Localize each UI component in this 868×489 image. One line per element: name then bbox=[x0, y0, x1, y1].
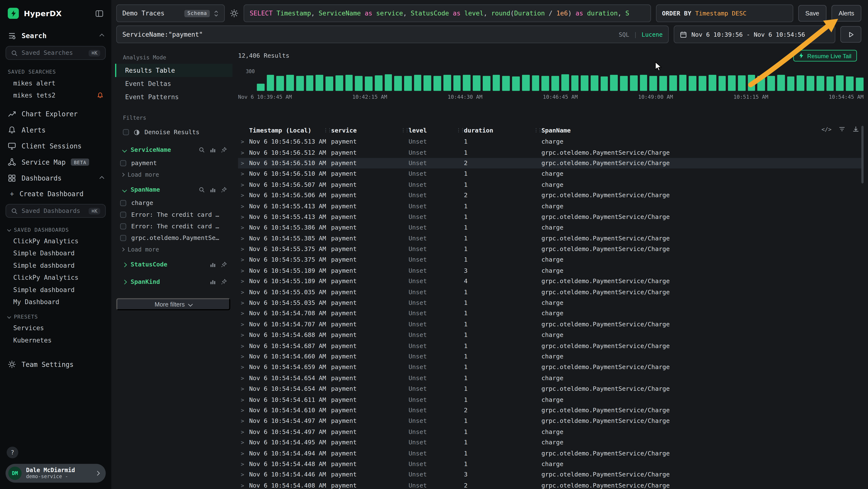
saved-searches-search[interactable]: ⌘K bbox=[5, 46, 106, 60]
sidebar-collapse-icon[interactable] bbox=[95, 9, 103, 18]
sidebar-item-team-settings[interactable]: Team Settings bbox=[0, 356, 111, 372]
table-row[interactable]: >Nov 6 10:54:54.497 AMpaymentUnset1charg… bbox=[238, 427, 863, 437]
table-row[interactable]: >Nov 6 10:54:54.446 AMpaymentUnset3grpc.… bbox=[238, 469, 863, 480]
histogram-bar[interactable] bbox=[561, 74, 569, 91]
table-row[interactable]: >Nov 6 10:54:55.035 AMpaymentUnset1charg… bbox=[238, 297, 863, 309]
table-row[interactable]: >Nov 6 10:54:55.189 AMpaymentUnset4grpc.… bbox=[238, 276, 863, 287]
row-expand-icon[interactable]: > bbox=[238, 181, 249, 188]
table-row[interactable]: >Nov 6 10:54:56.510 AMpaymentUnset2grpc.… bbox=[238, 158, 863, 169]
histogram-bar[interactable] bbox=[826, 77, 834, 91]
histogram-bar[interactable] bbox=[434, 76, 441, 91]
histogram-bar[interactable] bbox=[443, 75, 451, 91]
analysis-mode-item[interactable]: Event Deltas bbox=[115, 77, 233, 90]
table-row[interactable]: >Nov 6 10:54:55.386 AMpaymentUnset1charg… bbox=[238, 222, 863, 233]
table-row[interactable]: >Nov 6 10:54:56.507 AMpaymentUnset1charg… bbox=[238, 179, 863, 190]
row-expand-icon[interactable]: > bbox=[238, 246, 249, 252]
facet-header[interactable]: ServiceName bbox=[115, 142, 233, 157]
table-row[interactable]: >Nov 6 10:54:54.708 AMpaymentUnset1charg… bbox=[238, 308, 863, 319]
histogram-bar[interactable] bbox=[394, 76, 402, 91]
histogram-bar[interactable] bbox=[768, 76, 775, 91]
code-view-icon[interactable]: </> bbox=[822, 126, 831, 132]
table-row[interactable]: >Nov 6 10:54:56.513 AMpaymentUnset1charg… bbox=[238, 136, 863, 147]
row-expand-icon[interactable]: > bbox=[238, 289, 249, 295]
analysis-mode-item[interactable]: Event Patterns bbox=[115, 90, 233, 104]
histogram-bar[interactable] bbox=[512, 76, 520, 91]
download-icon[interactable] bbox=[852, 126, 859, 133]
create-dashboard-button[interactable]: + Create Dashboard bbox=[0, 186, 111, 202]
histogram-bar[interactable] bbox=[453, 76, 461, 91]
row-expand-icon[interactable]: > bbox=[238, 439, 249, 445]
table-row[interactable]: >Nov 6 10:54:54.687 AMpaymentUnset1grpc.… bbox=[238, 341, 863, 351]
facet-header[interactable]: SpanName bbox=[115, 182, 233, 197]
saved-dashboards-heading[interactable]: SAVED DASHBOARDS bbox=[0, 221, 111, 235]
row-expand-icon[interactable]: > bbox=[238, 225, 249, 231]
column-header[interactable]: Timestamp (Local) bbox=[249, 127, 331, 134]
histogram-bar[interactable] bbox=[748, 75, 755, 91]
histogram-bar[interactable] bbox=[267, 75, 274, 91]
saved-search-item[interactable]: mikes tets2 bbox=[0, 89, 111, 102]
histogram-bar[interactable] bbox=[600, 76, 608, 91]
table-row[interactable]: >Nov 6 10:54:54.688 AMpaymentUnset1charg… bbox=[238, 330, 863, 341]
histogram-bar[interactable] bbox=[650, 76, 657, 91]
analysis-mode-item[interactable]: Results Table bbox=[115, 64, 233, 77]
row-expand-icon[interactable]: > bbox=[238, 353, 249, 359]
histogram-bar[interactable] bbox=[620, 76, 628, 91]
sidebar-item-search[interactable]: Search bbox=[0, 28, 111, 44]
row-expand-icon[interactable]: > bbox=[238, 300, 249, 306]
alerts-button[interactable]: Alerts bbox=[831, 5, 861, 22]
saved-searches-input[interactable] bbox=[22, 49, 85, 56]
column-header[interactable]: ⋮⋮service bbox=[331, 127, 408, 134]
facet-option[interactable]: Error: The credit card … bbox=[115, 209, 233, 221]
histogram-bar[interactable] bbox=[345, 75, 353, 91]
histogram-bar[interactable] bbox=[286, 75, 294, 91]
histogram-bar[interactable] bbox=[365, 77, 373, 91]
histogram-bar[interactable] bbox=[541, 76, 549, 91]
column-resize-handle[interactable]: ⋮⋮ bbox=[401, 127, 408, 133]
row-expand-icon[interactable]: > bbox=[238, 407, 249, 413]
user-menu[interactable]: DM Dale McDiarmid demo-service - bbox=[5, 464, 106, 483]
load-more[interactable]: Load more bbox=[115, 244, 233, 255]
resume-live-tail-button[interactable]: Resume Live Tail bbox=[794, 50, 857, 62]
order-by-editor[interactable]: ORDER BY Timestamp DESC bbox=[656, 4, 793, 22]
save-button[interactable]: Save bbox=[798, 5, 826, 22]
histogram-bar[interactable] bbox=[384, 74, 392, 91]
histogram-bar[interactable] bbox=[532, 75, 539, 91]
histogram-bar[interactable] bbox=[551, 76, 559, 91]
histogram-bar[interactable] bbox=[836, 76, 844, 91]
histogram-bar[interactable] bbox=[493, 75, 500, 91]
histogram-bar[interactable] bbox=[257, 84, 265, 91]
histogram-bar[interactable] bbox=[571, 75, 579, 91]
facet-checkbox[interactable] bbox=[120, 223, 126, 229]
row-expand-icon[interactable]: > bbox=[238, 160, 249, 166]
histogram-bar[interactable] bbox=[316, 75, 323, 91]
lucene-mode-toggle[interactable]: Lucene bbox=[642, 31, 662, 38]
row-expand-icon[interactable]: > bbox=[238, 214, 249, 220]
column-resize-handle[interactable]: ⋮⋮ bbox=[456, 127, 464, 133]
histogram-bar[interactable] bbox=[679, 75, 687, 91]
saved-dashboard-item[interactable]: ClickPy Analytics bbox=[0, 271, 111, 284]
table-row[interactable]: >Nov 6 10:54:55.375 AMpaymentUnset1grpc.… bbox=[238, 244, 863, 255]
row-expand-icon[interactable]: > bbox=[238, 149, 249, 155]
sidebar-item-dashboards[interactable]: Dashboards bbox=[0, 170, 111, 186]
source-settings-gear-icon[interactable] bbox=[230, 9, 239, 18]
histogram-bar[interactable] bbox=[296, 76, 304, 91]
saved-dashboard-item[interactable]: Simple Dashboard bbox=[0, 247, 111, 259]
column-header[interactable]: ⋮⋮duration bbox=[464, 127, 541, 134]
table-row[interactable]: >Nov 6 10:54:54.494 AMpaymentUnset1grpc.… bbox=[238, 448, 863, 459]
search-query-input[interactable] bbox=[122, 30, 614, 38]
denoise-checkbox[interactable] bbox=[123, 129, 129, 135]
search-query-bar[interactable]: SQL | Lucene bbox=[116, 26, 669, 43]
table-row[interactable]: >Nov 6 10:54:56.510 AMpaymentUnset1charg… bbox=[238, 169, 863, 179]
histogram-bar[interactable] bbox=[355, 76, 363, 91]
row-expand-icon[interactable]: > bbox=[238, 139, 249, 145]
histogram-bar[interactable] bbox=[669, 75, 677, 91]
preset-item[interactable]: Services bbox=[0, 322, 111, 334]
histogram-bar[interactable] bbox=[699, 76, 707, 91]
sql-mode-toggle[interactable]: SQL bbox=[619, 31, 629, 38]
saved-dashboards-input[interactable] bbox=[22, 207, 85, 214]
histogram-bar[interactable] bbox=[757, 76, 765, 91]
histogram-bar[interactable] bbox=[856, 77, 863, 91]
histogram-bar[interactable] bbox=[718, 76, 726, 91]
results-histogram[interactable]: 300 Nov 6 10:39:45 AM10:42:15 AM10:44:30… bbox=[238, 73, 863, 100]
histogram-bar[interactable] bbox=[787, 76, 795, 91]
